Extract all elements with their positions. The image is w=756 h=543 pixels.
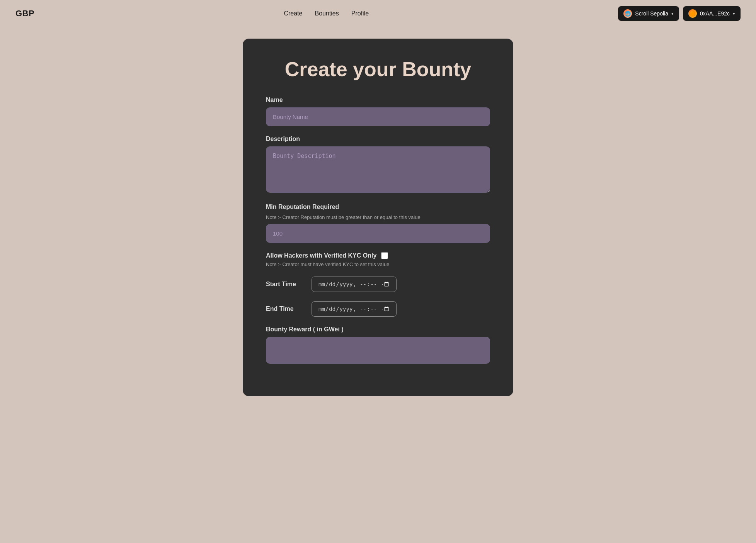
- description-label: Description: [266, 136, 490, 143]
- kyc-label-row: Allow Hackers with Verified KYC Only: [266, 252, 490, 259]
- logo: GBP: [15, 8, 34, 19]
- wallet-address-button[interactable]: 🟠 0xAA...E92c ▾: [683, 6, 741, 21]
- start-time-row: Start Time: [266, 277, 490, 292]
- nav-profile[interactable]: Profile: [351, 10, 369, 17]
- network-label: Scroll Sepolia: [635, 10, 668, 17]
- page-title: Create your Bounty: [266, 58, 490, 81]
- scroll-icon: 🌐: [623, 9, 632, 18]
- start-time-input[interactable]: [312, 277, 397, 292]
- main-wrapper: Create your Bounty Name Description Min …: [0, 27, 756, 419]
- kyc-note: Note :- Creator must have verified KYC t…: [266, 261, 490, 267]
- eth-icon: 🟠: [688, 9, 697, 18]
- end-time-row: End Time: [266, 301, 490, 317]
- name-input[interactable]: [266, 107, 490, 126]
- description-textarea[interactable]: [266, 146, 490, 193]
- name-label: Name: [266, 97, 490, 104]
- reward-input[interactable]: [266, 337, 490, 364]
- kyc-checkbox[interactable]: [381, 252, 388, 259]
- network-selector-button[interactable]: 🌐 Scroll Sepolia ▾: [618, 6, 679, 21]
- start-time-label: Start Time: [266, 281, 305, 288]
- wallet-address-label: 0xAA...E92c: [700, 10, 730, 17]
- reward-group: Bounty Reward ( in GWei ): [266, 326, 490, 364]
- min-rep-note: Note :- Creator Reputation must be great…: [266, 214, 490, 220]
- nav-create[interactable]: Create: [284, 10, 302, 17]
- wallet-buttons: 🌐 Scroll Sepolia ▾ 🟠 0xAA...E92c ▾: [618, 6, 741, 21]
- min-rep-group: Min Reputation Required Note :- Creator …: [266, 204, 490, 243]
- chevron-down-icon: ▾: [671, 11, 674, 16]
- chevron-down-icon-2: ▾: [733, 11, 735, 16]
- header: GBP Create Bounties Profile 🌐 Scroll Sep…: [0, 0, 756, 27]
- kyc-group: Allow Hackers with Verified KYC Only Not…: [266, 252, 490, 267]
- reward-label: Bounty Reward ( in GWei ): [266, 326, 490, 333]
- min-rep-input[interactable]: [266, 224, 490, 243]
- name-group: Name: [266, 97, 490, 126]
- nav-bounties[interactable]: Bounties: [315, 10, 339, 17]
- kyc-label: Allow Hackers with Verified KYC Only: [266, 252, 376, 259]
- form-card: Create your Bounty Name Description Min …: [243, 39, 513, 396]
- description-group: Description: [266, 136, 490, 194]
- end-time-label: End Time: [266, 305, 305, 312]
- nav: Create Bounties Profile: [284, 10, 369, 17]
- end-time-input[interactable]: [312, 301, 397, 317]
- min-rep-label: Min Reputation Required: [266, 204, 490, 210]
